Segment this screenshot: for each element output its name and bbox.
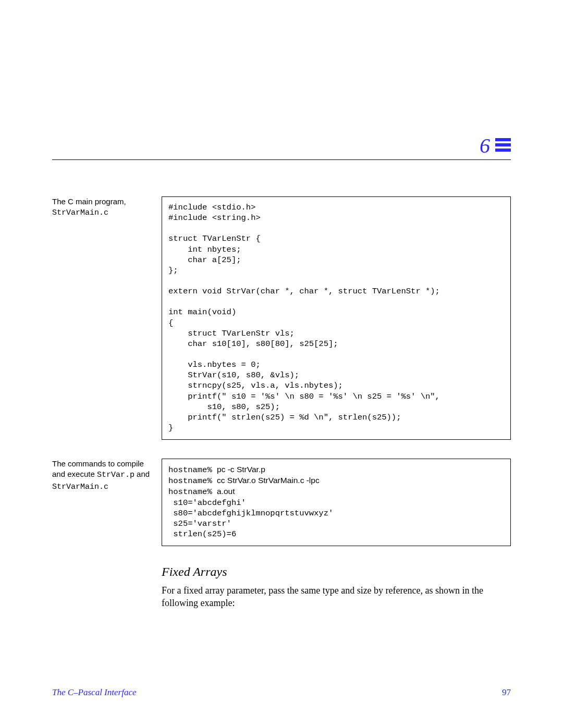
chapter-bars-icon — [495, 137, 511, 153]
cmd-1: pc -c StrVar.p — [217, 465, 265, 474]
label1-prefix: The C main program, — [52, 197, 126, 206]
code-block-1-row: The C main program, StrVarMain.c #includ… — [52, 196, 511, 440]
cmd-prompt-2: hostname% — [168, 476, 217, 486]
svg-rect-1 — [495, 143, 511, 146]
code-block-2-row: The commands to compile and execute StrV… — [52, 459, 511, 546]
label2-file1: StrVar.p — [97, 471, 134, 479]
cmd-2: cc StrVar.o StrVarMain.c -lpc — [217, 476, 320, 485]
cmd-prompt-3: hostname% — [168, 487, 217, 497]
code-block-1: #include <stdio.h> #include <string.h> s… — [162, 196, 511, 440]
code-block-1-label: The C main program, StrVarMain.c — [52, 196, 162, 219]
subsection-title: Fixed Arrays — [162, 565, 511, 579]
footer-title: The C–Pascal Interface — [52, 687, 136, 698]
label1-filename: StrVarMain.c — [52, 208, 108, 217]
body-paragraph-1: For a fixed array parameter, pass the sa… — [162, 584, 511, 610]
svg-rect-2 — [495, 149, 511, 152]
page-footer: The C–Pascal Interface 97 — [52, 687, 511, 698]
cmd-3: a.out — [217, 487, 235, 496]
label2-file2: StrVarMain.c — [52, 483, 108, 491]
code-block-2: hostname% pc -c StrVar.p hostname% cc St… — [162, 459, 511, 546]
cmd-output: s10='abcdefghi' s80='abcdefghijklmnopqrt… — [168, 498, 333, 539]
code-block-2-label: The commands to compile and execute StrV… — [52, 459, 162, 492]
label2-mid: and — [134, 470, 150, 478]
chapter-header: 6 — [52, 135, 511, 160]
chapter-number: 6 — [480, 135, 490, 156]
footer-page-number: 97 — [502, 687, 511, 698]
cmd-prompt-1: hostname% — [168, 465, 217, 475]
svg-rect-0 — [495, 138, 511, 141]
page-content: 6 The C main program, StrVarMain.c #incl… — [52, 135, 511, 610]
